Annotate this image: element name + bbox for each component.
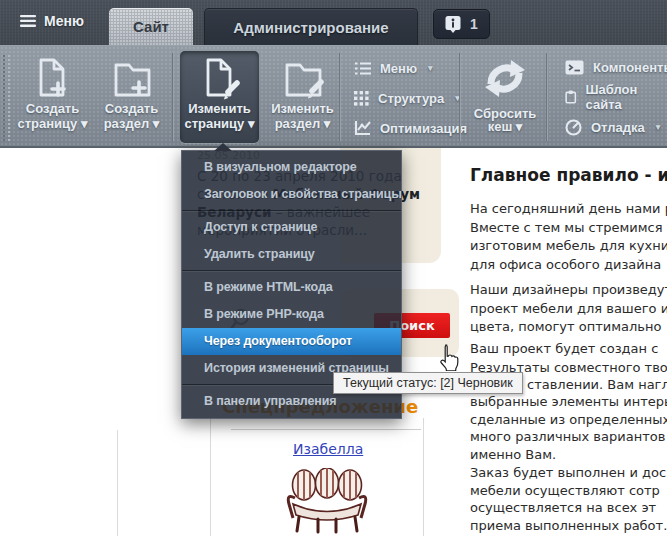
menu-item-page-access[interactable]: Доступ к странице (182, 214, 401, 241)
terminal-icon (565, 60, 584, 75)
notification-button[interactable]: 1 (433, 9, 490, 39)
article-paragraph: выбранные элементы интерь сделанные из о… (470, 393, 667, 463)
menu-notch (214, 143, 232, 151)
layout-divider (117, 430, 118, 536)
chart-icon (354, 120, 371, 136)
chevron-down-icon: ▾ (428, 63, 433, 73)
toolbar-drag-handle[interactable] (3, 55, 10, 141)
refresh-icon (478, 51, 532, 107)
tab-admin[interactable]: Администрирование (204, 8, 418, 46)
main-menu-label: Меню (44, 13, 84, 29)
tab-site[interactable]: Сайт (109, 8, 193, 45)
create-page-button[interactable]: Создать страницу ▾ (13, 51, 92, 143)
menu-item-delete-page[interactable]: Удалить страницу (182, 241, 401, 268)
article-paragraph: ставлении. Вам наглядн (527, 376, 667, 395)
clipboard-icon (565, 88, 577, 106)
toolbar-divider (339, 53, 341, 141)
article-paragraph: Заказ будет выполнен и дос мебели осущес… (470, 464, 667, 534)
hamburger-icon (20, 15, 36, 27)
menu-item-html-mode[interactable]: В режиме HTML-кода (182, 274, 401, 301)
topbar: Меню Сайт Администрирование 1 (0, 0, 667, 45)
folder-pencil-icon (280, 55, 326, 101)
gauge-icon (565, 119, 582, 136)
reset-cache-button[interactable]: Сбросить кеш ▾ (462, 51, 548, 143)
info-bubble-icon (445, 15, 461, 34)
product-link-izabella[interactable]: Изабелла (293, 441, 363, 457)
screen: 25.05.2010 С 20 по 23 апреля 2010 года с… (0, 0, 667, 536)
menu-item-title-properties[interactable]: Заголовок и свойства страницы (182, 181, 401, 208)
main-menu-button[interactable]: Меню (20, 13, 84, 29)
layout-divider (231, 429, 421, 430)
notification-count: 1 (470, 16, 478, 32)
toolbar-divider (459, 53, 461, 141)
edit-section-button[interactable]: Изменить раздел ▾ (263, 51, 342, 143)
status-tooltip: Текущий статус: [2] Черновик (333, 372, 523, 394)
folder-plus-icon (109, 55, 155, 101)
toolbar: Создать страницу ▾ Создать раздел ▾ Изме… (0, 45, 667, 148)
list-icon (354, 61, 371, 76)
toolbar-divider (546, 53, 548, 141)
grid-icon (354, 91, 369, 106)
chevron-down-icon: ▾ (656, 122, 661, 132)
structure-button[interactable]: Структура ▾ (354, 88, 460, 108)
debug-button[interactable]: Отладка ▾ (565, 117, 660, 137)
create-section-button[interactable]: Создать раздел ▾ (92, 51, 171, 143)
toolbar-divider (172, 53, 174, 141)
menu-separator (182, 210, 401, 212)
layout-divider (210, 418, 211, 536)
components-button[interactable]: Компоненты ▾ (565, 57, 667, 77)
doc-plus-icon (30, 55, 76, 101)
menu-dropdown-button[interactable]: Меню ▾ (354, 58, 433, 78)
layout-divider (423, 418, 424, 536)
site-template-button[interactable]: Шаблон сайта (565, 87, 667, 107)
menu-item-visual-editor[interactable]: В визуальном редакторе (182, 154, 401, 181)
edit-page-button[interactable]: Изменить страницу ▾ (180, 51, 259, 143)
article-heading: Главное правило - инд (470, 166, 667, 185)
menu-item-workflow[interactable]: Через документооборот (182, 328, 401, 355)
doc-pencil-icon (197, 55, 243, 101)
menu-separator (182, 270, 401, 272)
sofa-image[interactable] (286, 468, 368, 534)
menu-item-php-mode[interactable]: В режиме PHP-кода (182, 301, 401, 328)
article-paragraph: Наши дизайнеры произведут проект мебели … (470, 281, 667, 337)
article-paragraph: На сегодняшний день нами р Вместе с тем … (470, 200, 667, 274)
